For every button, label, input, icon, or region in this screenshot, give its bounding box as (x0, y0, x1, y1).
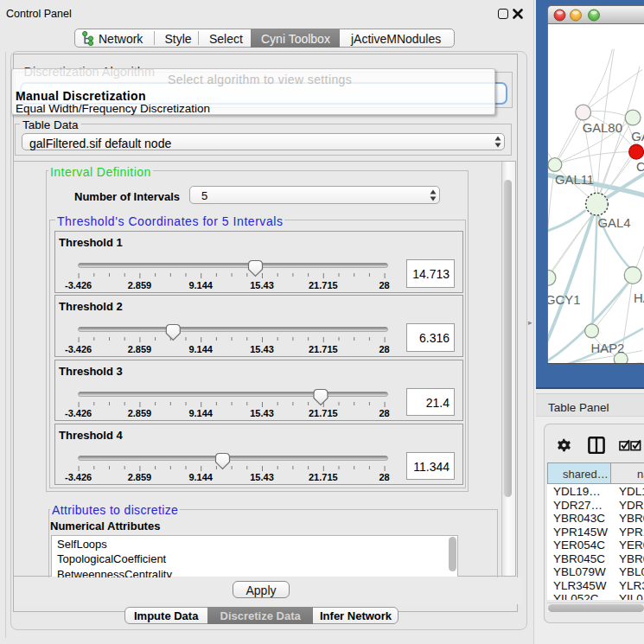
svg-text:GCY1: GCY1 (548, 293, 580, 307)
svg-text:GAL4: GAL4 (597, 215, 630, 229)
svg-text:GAL80: GAL80 (583, 120, 622, 134)
svg-text:HA: HA (634, 291, 644, 305)
svg-text:CD: CD (636, 160, 644, 174)
svg-text:GAL: GAL (631, 129, 644, 143)
svg-text:GAL11: GAL11 (555, 172, 594, 186)
svg-text:HAP2: HAP2 (591, 341, 625, 354)
